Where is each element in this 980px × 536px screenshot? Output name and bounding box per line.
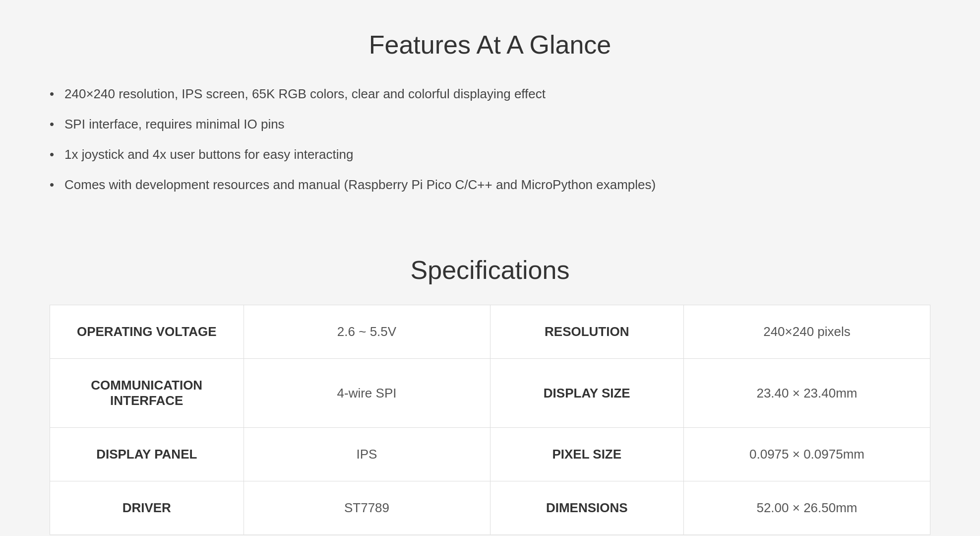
specs-title: Specifications	[50, 255, 930, 285]
spec-label-display-panel: DISPLAY PANEL	[50, 428, 244, 481]
table-row: DISPLAY PANEL IPS PIXEL SIZE 0.0975 × 0.…	[50, 428, 930, 481]
specs-table: OPERATING VOLTAGE 2.6 ~ 5.5V RESOLUTION …	[50, 305, 930, 535]
features-list: 240×240 resolution, IPS screen, 65K RGB …	[50, 84, 930, 195]
table-row: COMMUNICATION INTERFACE 4-wire SPI DISPL…	[50, 359, 930, 428]
spec-label-pixel-size: PIXEL SIZE	[490, 428, 684, 481]
spec-value-driver: ST7789	[244, 481, 490, 535]
features-title: Features At A Glance	[50, 30, 930, 60]
spec-label-display-size: DISPLAY SIZE	[490, 359, 684, 428]
spec-label-comm-interface: COMMUNICATION INTERFACE	[50, 359, 244, 428]
table-row: OPERATING VOLTAGE 2.6 ~ 5.5V RESOLUTION …	[50, 305, 930, 359]
spec-value-comm-interface: 4-wire SPI	[244, 359, 490, 428]
spec-label-dimensions: DIMENSIONS	[490, 481, 684, 535]
feature-item-4: Comes with development resources and man…	[50, 175, 930, 195]
features-section: Features At A Glance 240×240 resolution,…	[30, 20, 950, 230]
table-row: DRIVER ST7789 DIMENSIONS 52.00 × 26.50mm	[50, 481, 930, 535]
spec-value-display-panel: IPS	[244, 428, 490, 481]
spec-value-resolution: 240×240 pixels	[684, 305, 930, 359]
feature-item-2: SPI interface, requires minimal IO pins	[50, 115, 930, 134]
spec-value-display-size: 23.40 × 23.40mm	[684, 359, 930, 428]
feature-item-3: 1x joystick and 4x user buttons for easy…	[50, 145, 930, 164]
spec-label-operating-voltage: OPERATING VOLTAGE	[50, 305, 244, 359]
specs-section: Specifications OPERATING VOLTAGE 2.6 ~ 5…	[30, 250, 950, 536]
spec-value-operating-voltage: 2.6 ~ 5.5V	[244, 305, 490, 359]
spec-value-pixel-size: 0.0975 × 0.0975mm	[684, 428, 930, 481]
spec-label-resolution: RESOLUTION	[490, 305, 684, 359]
feature-item-1: 240×240 resolution, IPS screen, 65K RGB …	[50, 84, 930, 104]
spec-value-dimensions: 52.00 × 26.50mm	[684, 481, 930, 535]
spec-label-driver: DRIVER	[50, 481, 244, 535]
page-container: Features At A Glance 240×240 resolution,…	[0, 0, 980, 536]
